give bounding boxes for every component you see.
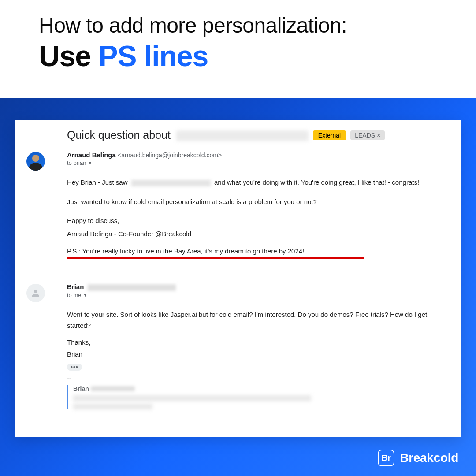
recipient-line[interactable]: to brian ▼ [67, 160, 449, 166]
ps-line: P.S.: You're really lucky to live in the… [67, 247, 304, 257]
gradient-background: Quick question about External LEADS × Ar… [0, 98, 476, 476]
email-subject-row: Quick question about External LEADS × [15, 129, 461, 141]
redacted-inline [131, 180, 211, 186]
title-main: Use PS lines [39, 39, 437, 73]
reply-signoff: Thanks, [67, 337, 449, 348]
brand-logo-icon: Br [378, 450, 394, 466]
sender-name: Arnaud Belinga [67, 151, 116, 159]
reply-paragraph-1: Went to your site. Sort of looks like Ja… [67, 309, 449, 331]
title-use: Use [39, 40, 98, 72]
email-message-2: Brian to me ▼ Went to your site. Sort of… [15, 283, 461, 420]
redacted-subject [176, 130, 309, 141]
quote-name: Brian [73, 385, 89, 392]
external-badge: External [313, 130, 346, 140]
redacted-quote-line [73, 404, 152, 409]
leads-label-text: LEADS [355, 132, 375, 139]
sender-email: <arnaud.belinga@joinbreakcold.com> [118, 152, 222, 159]
sender-line: Arnaud Belinga <arnaud.belinga@joinbreak… [67, 151, 449, 159]
person-icon [30, 288, 41, 298]
message-divider [15, 275, 461, 275]
quote-sender: Brian [73, 385, 449, 393]
email-message-1: Arnaud Belinga <arnaud.belinga@joinbreak… [15, 151, 461, 267]
title-accent: PS lines [98, 40, 208, 72]
sender-name: Brian [67, 283, 84, 290]
sender-line: Brian [67, 283, 449, 291]
email-paragraph-1: Hey Brian - Just saw and what you're doi… [67, 177, 449, 188]
p1a: Hey Brian - Just saw [67, 178, 128, 186]
recipient-line[interactable]: to me ▼ [67, 292, 449, 298]
brand-name: Breakcold [400, 451, 458, 465]
email-signoff: Happy to discuss, [67, 215, 449, 227]
email-subject: Quick question about [67, 129, 309, 141]
redacted-sender-lastname [88, 284, 176, 291]
leads-label-chip[interactable]: LEADS × [350, 130, 385, 140]
reply-name: Brian [67, 349, 449, 360]
chevron-down-icon[interactable]: ▼ [88, 160, 92, 165]
header-section: How to add more personalization: Use PS … [0, 0, 476, 82]
redacted-quote-name [91, 386, 135, 391]
show-trimmed-content-button[interactable]: ••• [67, 364, 82, 371]
quoted-reply-block: Brian [67, 385, 449, 409]
subject-text-prefix: Quick question about [67, 129, 171, 141]
to-text: to brian [67, 160, 86, 166]
redacted-quote-line [73, 395, 311, 401]
avatar [26, 284, 45, 302]
title-subheading: How to add more personalization: [39, 13, 437, 37]
p1b: and what you're doing with it. You're do… [214, 178, 419, 186]
brand-footer: Br Breakcold [378, 450, 458, 466]
ps-underline-highlight [67, 257, 364, 259]
email-signature: Arnaud Belinga - Co-Founder @Breakcold [67, 228, 449, 240]
email-paragraph-2: Just wanted to know if cold email person… [67, 196, 449, 208]
signature-separator: -- [67, 374, 449, 381]
close-icon[interactable]: × [377, 132, 380, 139]
to-text: to me [67, 292, 82, 298]
email-screenshot-card: Quick question about External LEADS × Ar… [15, 120, 461, 437]
avatar [26, 152, 45, 171]
chevron-down-icon[interactable]: ▼ [83, 293, 88, 298]
